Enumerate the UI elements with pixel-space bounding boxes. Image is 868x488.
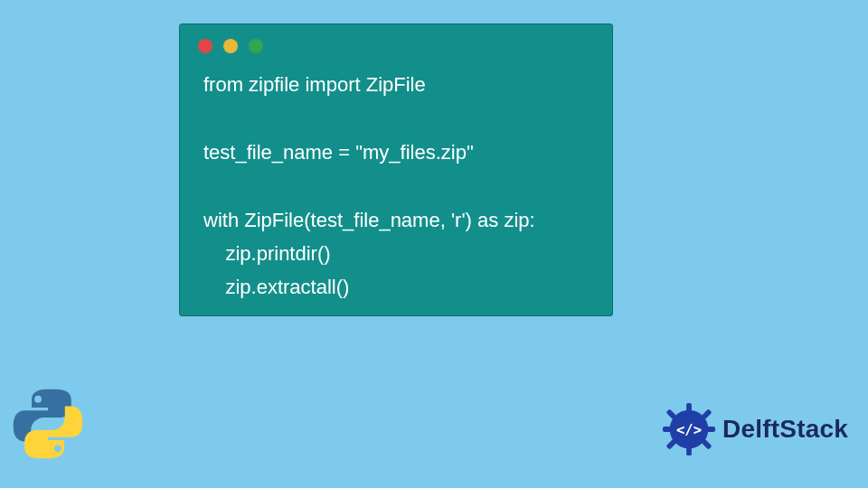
svg-rect-3: [663, 427, 674, 432]
code-block: from zipfile import ZipFile test_file_na…: [180, 62, 612, 323]
window-controls: [180, 24, 612, 62]
code-card: from zipfile import ZipFile test_file_na…: [179, 23, 613, 316]
python-logo-icon: [9, 385, 87, 463]
svg-text:</>: </>: [676, 422, 702, 438]
code-line: test_file_name = "my_files.zip": [203, 141, 474, 164]
maximize-dot-icon: [249, 39, 263, 53]
brand-name: DelftStack: [722, 415, 848, 444]
svg-rect-4: [705, 427, 716, 432]
code-line: zip.printdir(): [203, 242, 331, 265]
close-dot-icon: [198, 39, 212, 53]
delftstack-badge-icon: </>: [661, 401, 717, 457]
code-line: from zipfile import ZipFile: [203, 73, 426, 96]
svg-rect-2: [686, 445, 692, 455]
code-line: with ZipFile(test_file_name, 'r') as zip…: [203, 209, 535, 231]
svg-rect-1: [686, 403, 692, 414]
brand: </> DelftStack: [661, 401, 848, 457]
code-line: zip.extractall(): [203, 276, 349, 298]
minimize-dot-icon: [223, 39, 238, 53]
